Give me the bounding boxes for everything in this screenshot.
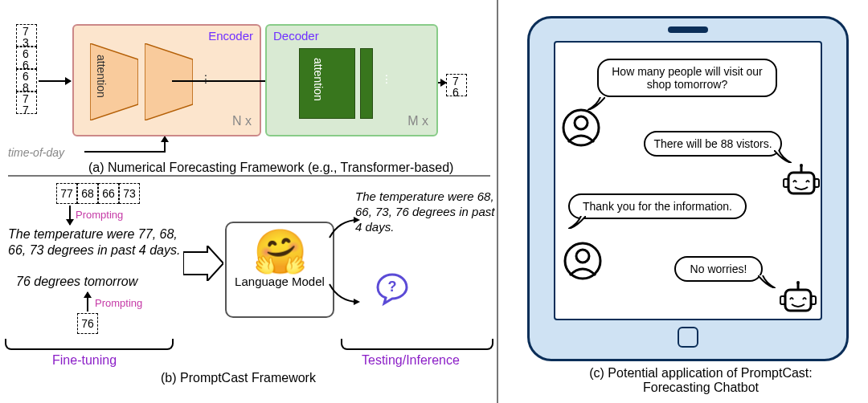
chat-bubble-bot: No worries! <box>674 256 763 282</box>
seq-val: 77 <box>56 183 77 204</box>
inference-text: The temperature were 68, 66, 73, 76 degr… <box>355 189 495 234</box>
svg-point-14 <box>576 250 589 263</box>
line-icon <box>84 151 165 153</box>
chat-bubble-user: How many people will visit our shop tomo… <box>597 59 777 97</box>
attention-rect-icon <box>360 48 373 119</box>
svg-marker-1 <box>145 43 193 120</box>
ellipsis-icon: ··· <box>379 74 394 84</box>
tablet-frame: How many people will visit our shop tomo… <box>527 16 849 361</box>
language-model-label: Language Model <box>227 275 333 288</box>
caption-c: (c) Potential application of PromptCast:… <box>572 366 829 395</box>
seq-val: 68 <box>77 183 98 204</box>
big-arrow-icon <box>183 246 223 281</box>
input-sequence: 73 66 68 77 <box>16 24 37 114</box>
seq-val: 77 <box>16 92 37 114</box>
language-model-box: 🤗 Language Model <box>225 222 334 318</box>
svg-rect-19 <box>811 296 816 304</box>
seq-val: 66 <box>98 183 119 204</box>
seq-val: 73 <box>16 24 37 47</box>
hugging-face-icon: 🤗 <box>227 230 333 273</box>
prompt-text-1: The temperature were 77, 68, 66, 73 degr… <box>8 226 185 258</box>
decoder-box: Decoder attention ··· M x <box>265 24 438 136</box>
repeat-n-label: N x <box>232 114 252 128</box>
svg-rect-11 <box>784 179 788 187</box>
section-a: 73 66 68 77 time-of-day Encoder attentio… <box>0 0 498 177</box>
svg-rect-18 <box>780 296 785 304</box>
svg-marker-2 <box>183 246 223 281</box>
bubble-tail-icon <box>568 216 586 229</box>
tablet-speaker-icon <box>668 26 708 33</box>
arrow-icon <box>39 80 71 82</box>
output-value: 76 <box>446 74 467 96</box>
section-b: 77 68 66 73 Prompting The temperature we… <box>0 178 498 403</box>
seq-val: 73 <box>119 183 140 204</box>
seq-val: 66 <box>16 47 37 69</box>
left-panel: 73 66 68 77 time-of-day Encoder attentio… <box>0 0 498 403</box>
chat-bubble-user: Thank you for the information. <box>568 193 747 219</box>
bubble-tail-icon <box>758 275 776 288</box>
tablet-home-button-icon <box>678 327 698 348</box>
svg-point-10 <box>800 164 803 167</box>
svg-text:?: ? <box>388 279 397 295</box>
user-icon <box>563 242 602 280</box>
tablet-screen: How many people will visit our shop tomo… <box>554 41 822 320</box>
prompt-text-2: 76 degrees tomorrow <box>16 275 137 289</box>
divider-line <box>8 175 490 177</box>
svg-rect-15 <box>785 290 811 311</box>
svg-marker-4 <box>354 299 360 305</box>
chat-bubble-bot: There will be 88 vistors. <box>644 131 782 157</box>
svg-rect-12 <box>814 179 819 187</box>
bubble-tail-icon <box>774 150 792 163</box>
section-c: How many people will visit our shop tomo… <box>498 0 868 403</box>
decoder-label: Decoder <box>273 29 319 43</box>
seq-val: 68 <box>16 69 37 92</box>
time-of-day-label: time-of-day <box>8 146 64 159</box>
attention-label: attention <box>95 55 108 98</box>
arrow-icon <box>87 292 88 311</box>
fine-tuning-label: Fine-tuning <box>52 353 117 368</box>
svg-point-17 <box>796 281 800 284</box>
encoder-label: Encoder <box>208 29 253 43</box>
svg-point-7 <box>575 116 588 129</box>
attention-rect-icon <box>299 48 355 119</box>
caption-a: (a) Numerical Forecasting Framework (e.g… <box>88 161 453 175</box>
caption-b: (b) PromptCast Framework <box>161 371 316 385</box>
curve-arrow-icon <box>328 283 360 305</box>
attention-trapezoid-icon <box>145 43 193 120</box>
prompting-label: Prompting <box>95 297 142 309</box>
output-value-b: 76 <box>77 313 98 334</box>
testing-label: Testing/Inference <box>362 353 460 368</box>
ellipsis-icon: ··· <box>199 74 213 84</box>
input-sequence-b: 77 68 66 73 <box>56 183 140 204</box>
svg-rect-8 <box>788 173 814 193</box>
arrow-icon <box>164 136 166 153</box>
prompting-label: Prompting <box>76 209 123 221</box>
bot-icon <box>782 163 821 202</box>
user-icon <box>562 108 600 147</box>
bot-icon <box>779 280 817 319</box>
repeat-m-label: M x <box>407 114 428 128</box>
question-chat-icon: ? <box>375 271 410 314</box>
brace-icon <box>341 339 493 350</box>
attention-label: attention <box>312 58 325 101</box>
arrow-icon <box>69 206 71 225</box>
brace-icon <box>5 339 174 350</box>
